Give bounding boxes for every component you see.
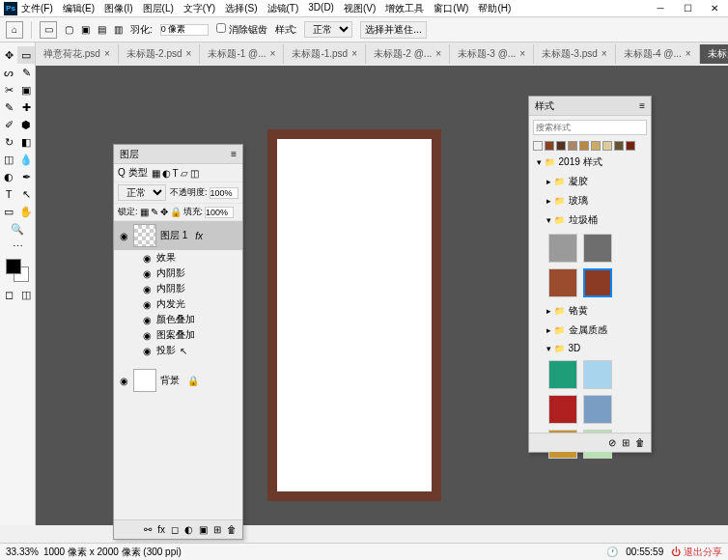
styles-panel[interactable]: 样式 ≡ ▾ 📁 2019 样式 ▸ 📁 凝胶 ▸ 📁 玻璃 ▾ 📁 垃圾桶 — [528, 96, 652, 453]
menu-type[interactable]: 文字(Y) — [183, 2, 215, 15]
filter-pixel-icon[interactable]: ▦ — [152, 168, 160, 179]
zoom-tool[interactable]: 🔍 — [0, 220, 35, 238]
styles-search-input[interactable] — [533, 120, 647, 135]
styles-panel-header[interactable]: 样式 ≡ — [529, 97, 651, 116]
doc-tab[interactable]: 未标题-2.psd× — [119, 44, 201, 64]
selection-mode-subtract[interactable]: ▤ — [98, 24, 106, 35]
filter-smart-icon[interactable]: ◫ — [190, 168, 199, 179]
filter-shape-icon[interactable]: ▱ — [181, 168, 188, 179]
style-preset[interactable] — [583, 234, 612, 263]
style-swatch[interactable] — [591, 141, 601, 151]
foreground-color[interactable] — [6, 259, 21, 274]
panel-menu-icon[interactable]: ≡ — [639, 100, 645, 111]
effect-item[interactable]: ◉内阴影 — [114, 266, 242, 281]
screenmode-toggle[interactable]: ◫ — [17, 286, 35, 303]
zoom-level[interactable]: 33.33% — [6, 546, 39, 557]
delete-icon[interactable]: 🗑 — [227, 524, 237, 535]
quick-select-tool[interactable]: ✎ — [17, 64, 35, 81]
lock-trans-icon[interactable]: ▦ — [140, 207, 149, 217]
effect-item[interactable]: ◉内发光 — [114, 296, 242, 312]
menu-window[interactable]: 窗口(W) — [434, 2, 468, 15]
menu-image[interactable]: 图像(I) — [104, 2, 132, 15]
style-swatch[interactable] — [533, 141, 543, 151]
style-swatch[interactable] — [626, 141, 635, 151]
selection-mode-new[interactable]: ▢ — [65, 24, 73, 35]
layer-name[interactable]: 图层 1 — [160, 229, 187, 242]
style-swatch[interactable] — [568, 141, 577, 151]
menu-view[interactable]: 视图(V) — [344, 2, 376, 15]
crop-tool[interactable]: ✂ — [0, 81, 17, 98]
menu-plugins[interactable]: 增效工具 — [385, 2, 424, 15]
style-swatch[interactable] — [614, 141, 624, 151]
new-layer-icon[interactable]: ⊞ — [213, 524, 221, 535]
layers-panel-header[interactable]: 图层 ≡ — [114, 145, 242, 164]
filter-type-icon[interactable]: T — [173, 168, 179, 179]
menu-layer[interactable]: 图层(L) — [143, 2, 174, 15]
frame-tool[interactable]: ▣ — [17, 81, 35, 98]
style-preset[interactable] — [583, 395, 612, 424]
style-folder-2019[interactable]: ▾ 📁 2019 样式 — [529, 153, 651, 172]
minimize-button[interactable]: ─ — [651, 3, 670, 14]
doc-tab-active[interactable]: 未标题-5 @ 33.3% (图层 1, RGB/8#) *× — [700, 44, 728, 64]
select-and-mask-button[interactable]: 选择并遮住... — [360, 21, 426, 39]
style-swatch[interactable] — [602, 141, 612, 151]
history-brush-tool[interactable]: ↻ — [0, 133, 17, 151]
style-preset[interactable] — [583, 360, 612, 389]
lock-all-icon[interactable]: 🔒 — [170, 207, 182, 217]
new-style-icon[interactable]: ⊞ — [622, 437, 630, 448]
menu-edit[interactable]: 编辑(E) — [63, 2, 95, 15]
menu-help[interactable]: 帮助(H) — [478, 2, 511, 15]
selection-mode-intersect[interactable]: ▥ — [114, 24, 123, 35]
dodge-tool[interactable]: ◐ — [0, 168, 17, 185]
marquee-tool-icon[interactable]: ▭ — [40, 21, 57, 39]
style-swatch[interactable] — [545, 141, 554, 151]
effect-item[interactable]: ◉图案叠加 — [114, 327, 242, 343]
eyedropper-tool[interactable]: ✎ — [0, 98, 17, 116]
no-style-icon[interactable]: ⊘ — [608, 437, 616, 448]
stamp-tool[interactable]: ⬢ — [17, 116, 35, 133]
type-tool[interactable]: T — [0, 185, 17, 203]
effect-item[interactable]: ◉颜色叠加 — [114, 312, 242, 327]
doc-tab[interactable]: 禅意荷花.psd× — [36, 44, 119, 64]
effects-group[interactable]: ◉效果 — [114, 250, 242, 266]
gradient-tool[interactable]: ◫ — [0, 151, 17, 168]
feather-input[interactable] — [160, 24, 209, 36]
style-preset[interactable] — [548, 268, 577, 297]
layer-item-background[interactable]: ◉ 背景 🔒 — [114, 366, 242, 395]
adjust-icon[interactable]: ◐ — [184, 524, 193, 535]
canvas-document[interactable] — [267, 129, 441, 501]
doc-tab[interactable]: 未标题-3 @...× — [450, 44, 534, 64]
menu-3d[interactable]: 3D(D) — [308, 2, 334, 15]
fx-icon[interactable]: fx — [157, 524, 165, 535]
home-icon[interactable]: ⌂ — [6, 21, 23, 39]
style-select[interactable]: 正常 — [304, 21, 352, 38]
style-folder-trash[interactable]: ▾ 📁 垃圾桶 — [529, 210, 651, 230]
marquee-tool[interactable]: ▭ — [17, 46, 35, 64]
style-folder-chrome[interactable]: ▸ 📁 铬黄 — [529, 301, 651, 321]
style-folder-metal[interactable]: ▸ 📁 金属质感 — [529, 321, 651, 340]
quickmask-toggle[interactable]: ◻ — [0, 286, 17, 303]
exit-share-button[interactable]: ⏻ 退出分享 — [671, 546, 722, 559]
menu-select[interactable]: 选择(S) — [225, 2, 257, 15]
delete-style-icon[interactable]: 🗑 — [635, 437, 645, 448]
pen-tool[interactable]: ✒ — [17, 168, 35, 185]
layer-thumbnail[interactable] — [133, 369, 156, 392]
doc-tab[interactable]: 未标题-1.psd× — [284, 44, 366, 64]
link-icon[interactable]: ⚯ — [144, 524, 152, 535]
style-preset-selected[interactable] — [583, 268, 612, 297]
doc-tab[interactable]: 未标题-4 @...× — [616, 44, 700, 64]
shape-tool[interactable]: ▭ — [0, 203, 17, 220]
blur-tool[interactable]: 💧 — [17, 151, 35, 168]
effect-item[interactable]: ◉投影 ↖ — [114, 343, 242, 358]
doc-tab[interactable]: 未标题-2 @...× — [366, 44, 450, 64]
layer-thumbnail[interactable] — [133, 224, 156, 247]
doc-tab[interactable]: 未标题-3.psd× — [534, 44, 616, 64]
style-swatch[interactable] — [556, 141, 566, 151]
doc-tab[interactable]: 未标题-1 @...× — [200, 44, 284, 64]
lock-pos-icon[interactable]: ✥ — [160, 207, 168, 217]
blend-mode-select[interactable]: 正常 — [118, 184, 166, 201]
maximize-button[interactable]: ☐ — [678, 3, 697, 14]
style-folder-glass[interactable]: ▸ 📁 玻璃 — [529, 191, 651, 210]
opacity-input[interactable] — [210, 187, 238, 199]
visibility-icon[interactable]: ◉ — [118, 376, 129, 386]
